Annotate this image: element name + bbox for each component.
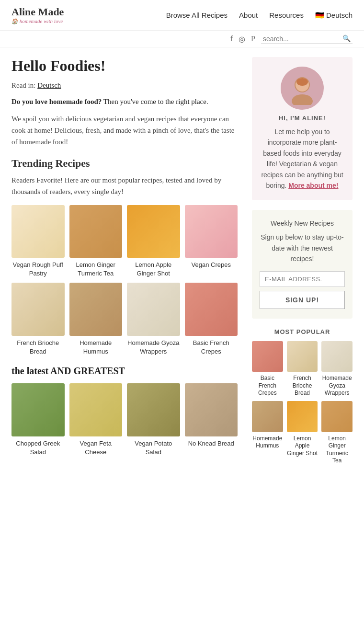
list-item[interactable]: No Knead Bread: [185, 383, 238, 457]
recipe-title: Vegan Rough Puff Pastry: [11, 261, 65, 278]
search-input[interactable]: [263, 35, 340, 43]
lang-label: Deutsch: [326, 11, 353, 19]
page-layout: Hello Foodies! Read in: Deutsch Do you l…: [0, 57, 364, 474]
recipe-title: No Knead Bread: [188, 439, 234, 448]
popular-recipe-grid: Basic French Crepes French Brioche Bread…: [252, 341, 353, 465]
more-about-link[interactable]: More about me!: [288, 182, 338, 189]
recipe-image: [185, 205, 238, 258]
sidebar: HI, I'M ALINE! Let me help you to incorp…: [252, 57, 353, 474]
list-item[interactable]: French Brioche Bread: [11, 283, 65, 356]
list-item[interactable]: Lemon Ginger Turmeric Tea: [69, 205, 123, 278]
page-title: Hello Foodies!: [11, 57, 238, 75]
language-selector[interactable]: 🇩🇪 Deutsch: [315, 11, 353, 20]
intro-question: Do you love homemade food?: [11, 98, 102, 105]
recipe-image: [69, 205, 123, 258]
main-content: Hello Foodies! Read in: Deutsch Do you l…: [11, 57, 252, 474]
list-item[interactable]: Vegan Feta Cheese: [69, 383, 123, 457]
signup-button[interactable]: SIGN UP!: [260, 291, 345, 309]
list-item[interactable]: Basic French Crepes: [185, 283, 238, 356]
site-name: Aline Made: [11, 6, 64, 18]
list-item[interactable]: Lemon Ginger Turmeric Tea: [321, 401, 353, 465]
intro-bold-rest: Then you've come to the right place.: [103, 98, 208, 105]
recipe-image: [11, 205, 65, 258]
email-field[interactable]: [260, 271, 345, 287]
recipe-title: French Brioche Bread: [11, 339, 65, 356]
pinterest-icon[interactable]: P: [251, 34, 255, 43]
recipe-image: [252, 341, 283, 372]
list-item[interactable]: Homemade Gyoza Wrappers: [321, 341, 353, 397]
recipe-image: [287, 341, 318, 372]
trending-heading: Trending Recipes: [11, 157, 238, 170]
main-nav: Browse All Recipes About Resources 🇩🇪 De…: [166, 11, 353, 20]
nav-resources[interactable]: Resources: [269, 11, 304, 19]
search-icon[interactable]: 🔍: [342, 34, 351, 43]
latest-heading: the latest AND GREATEST: [11, 366, 238, 377]
recipe-image: [321, 401, 353, 432]
recipe-image: [287, 401, 318, 432]
recipe-title: Basic French Crepes: [252, 375, 283, 397]
recipe-image: [11, 383, 65, 436]
newsletter-desc: Sign up below to stay up-to-date with th…: [260, 232, 345, 264]
recipe-image: [69, 383, 123, 436]
recipe-image: [69, 283, 123, 336]
recipe-image: [185, 383, 238, 436]
recipe-title: Chopped Greek Salad: [11, 439, 65, 457]
recipe-title: Lemon Ginger Turmeric Tea: [69, 261, 123, 278]
recipe-image: [321, 341, 353, 372]
recipe-title: Basic French Crepes: [185, 339, 238, 356]
most-popular-section: MOST POPULAR Basic French Crepes French …: [252, 328, 353, 465]
site-tagline: 🏠 homemade with love: [11, 18, 63, 24]
recipe-title: Lemon Apple Ginger Shot: [287, 435, 318, 458]
recipe-title: French Brioche Bread: [287, 375, 318, 397]
list-item[interactable]: Homemade Gyoza Wrappers: [127, 283, 180, 356]
recipe-title: Vegan Feta Cheese: [69, 439, 123, 457]
list-item[interactable]: Vegan Crepes: [185, 205, 238, 278]
instagram-icon[interactable]: ◎: [239, 34, 245, 44]
latest-label: the latest AND GREATEST: [11, 366, 125, 376]
logo[interactable]: Aline Made 🏠 homemade with love: [11, 6, 64, 24]
list-item[interactable]: French Brioche Bread: [287, 341, 318, 397]
secondary-bar: f ◎ P 🔍: [0, 31, 364, 47]
recipe-title: Vegan Crepes: [192, 261, 231, 269]
flag-icon: 🇩🇪: [315, 11, 324, 20]
latest-recipe-grid: Chopped Greek Salad Vegan Feta Cheese Ve…: [11, 383, 238, 457]
recipe-title: Homemade Gyoza Wrappers: [127, 339, 180, 356]
most-popular-title: MOST POPULAR: [252, 328, 353, 335]
trending-recipe-grid: Vegan Rough Puff Pastry Lemon Ginger Tur…: [11, 205, 238, 356]
author-avatar: [281, 67, 324, 110]
author-card: HI, I'M ALINE! Let me help you to incorp…: [252, 57, 353, 200]
list-item[interactable]: Lemon Apple Ginger Shot: [287, 401, 318, 465]
recipe-image: [127, 383, 180, 436]
list-item[interactable]: Vegan Potato Salad: [127, 383, 180, 457]
newsletter-card: Weekly New Recipes Sign up below to stay…: [252, 210, 353, 318]
read-in: Read in: Deutsch: [11, 81, 238, 90]
recipe-title: Homemade Hummus: [252, 435, 283, 450]
list-item[interactable]: Lemon Apple Ginger Shot: [127, 205, 180, 278]
search-bar: 🔍: [261, 34, 353, 44]
recipe-title: Homemade Hummus: [69, 339, 123, 356]
recipe-title: Vegan Potato Salad: [127, 439, 180, 457]
recipe-image: [127, 205, 180, 258]
read-in-link[interactable]: Deutsch: [37, 81, 61, 89]
intro-bold-paragraph: Do you love homemade food? Then you've c…: [11, 96, 238, 107]
recipe-title: Lemon Ginger Turmeric Tea: [321, 435, 353, 465]
svg-point-3: [296, 78, 308, 86]
author-bio: Let me help you to incorporate more plan…: [260, 126, 345, 191]
recipe-image: [252, 401, 283, 432]
intro-body: We spoil you with delicious vegetarian a…: [11, 113, 238, 148]
list-item[interactable]: Homemade Hummus: [252, 401, 283, 465]
list-item[interactable]: Chopped Greek Salad: [11, 383, 65, 457]
list-item[interactable]: Basic French Crepes: [252, 341, 283, 397]
nav-browse[interactable]: Browse All Recipes: [166, 11, 228, 19]
logo-icon: 🏠: [11, 18, 18, 24]
author-greeting: HI, I'M ALINE!: [260, 115, 345, 122]
recipe-image: [127, 283, 180, 336]
list-item[interactable]: Homemade Hummus: [69, 283, 123, 356]
trending-description: Readers Favorite! Here are our most popu…: [11, 174, 238, 197]
recipe-title: Homemade Gyoza Wrappers: [321, 375, 353, 397]
nav-about[interactable]: About: [239, 11, 258, 19]
list-item[interactable]: Vegan Rough Puff Pastry: [11, 205, 65, 278]
facebook-icon[interactable]: f: [230, 34, 233, 43]
svg-point-1: [292, 94, 313, 105]
recipe-image: [11, 283, 65, 336]
